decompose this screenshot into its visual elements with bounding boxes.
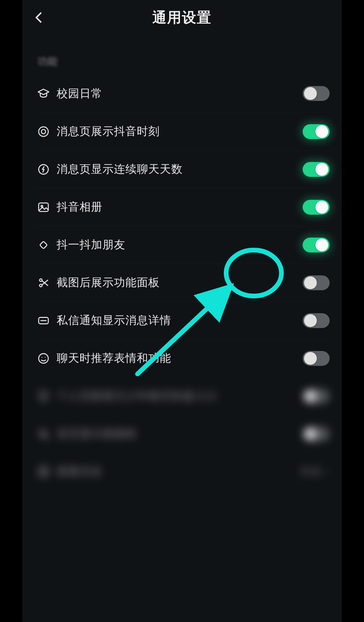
- chevron-right-icon: [324, 469, 330, 475]
- toggle-main-1[interactable]: [303, 124, 330, 139]
- back-button[interactable]: [29, 7, 49, 28]
- toggle-knob: [304, 314, 317, 327]
- scissors-icon: [34, 276, 53, 289]
- settings-list: 校园日常消息页展示抖音时刻消息页显示连续聊天天数抖音相册抖一抖加朋友截图后展示功…: [22, 75, 342, 490]
- toggle-knob: [304, 276, 317, 289]
- toggle-main-7[interactable]: [303, 351, 330, 366]
- setting-row-label: 消息页显示连续聊天天数: [53, 162, 303, 177]
- message-icon: [34, 314, 53, 327]
- toggle-blur-0[interactable]: [303, 389, 330, 404]
- svg-rect-3: [39, 203, 49, 211]
- row-value[interactable]: 开启: [300, 465, 330, 479]
- header: 通用设置: [22, 0, 342, 35]
- setting-row-0: 校园日常: [34, 75, 330, 112]
- bolt-icon: [34, 163, 53, 176]
- setting-row-1: 消息页展示抖音时刻: [34, 112, 330, 150]
- svg-point-12: [44, 357, 46, 358]
- setting-row-7: 聊天时推荐表情和功能: [34, 339, 330, 377]
- shield-icon: [34, 390, 53, 403]
- setting-row-label: 抖音相册: [53, 199, 303, 215]
- toggle-main-2[interactable]: [303, 162, 330, 177]
- gallery-icon: [34, 201, 53, 214]
- toggle-knob: [315, 125, 328, 138]
- smile-icon: [34, 352, 53, 365]
- page-title: 通用设置: [152, 8, 212, 27]
- shake-icon: [34, 239, 53, 251]
- setting-row-6: 私信通知显示消息详情: [34, 301, 330, 339]
- setting-row-label: 首页显示搜索框: [53, 426, 303, 441]
- setting-row-blurred-2: 观看历史开启: [34, 453, 330, 490]
- setting-row-4: 抖一抖加朋友: [34, 226, 330, 264]
- setting-row-5: 截图后展示功能面板: [34, 264, 330, 301]
- toggle-main-4[interactable]: [303, 238, 330, 252]
- setting-row-label: 校园日常: [53, 86, 303, 101]
- toggle-main-5[interactable]: [303, 275, 330, 290]
- target-icon: [34, 125, 53, 138]
- setting-row-label: 聊天时推荐表情和功能: [53, 351, 303, 366]
- chevron-left-icon: [32, 11, 46, 24]
- toggle-blur-1[interactable]: [303, 427, 330, 441]
- svg-point-1: [41, 129, 46, 134]
- setting-row-label: 抖一抖加朋友: [53, 237, 303, 252]
- toggle-main-3[interactable]: [303, 200, 330, 215]
- toggle-knob: [315, 201, 328, 214]
- svg-point-10: [39, 353, 49, 363]
- toggle-main-0[interactable]: [303, 86, 330, 101]
- svg-point-0: [39, 127, 49, 136]
- graduation-icon: [34, 87, 53, 100]
- setting-row-blurred-1: 首页显示搜索框: [34, 415, 330, 453]
- search-icon: [34, 428, 53, 440]
- toggle-main-6[interactable]: [303, 313, 330, 328]
- setting-row-blurred-0: 个人页面显示少年模式快捷入口: [34, 377, 330, 415]
- history-icon: [34, 465, 53, 478]
- setting-row-3: 抖音相册: [34, 188, 330, 226]
- svg-point-13: [40, 430, 46, 436]
- settings-screen: 通用设置 功能 校园日常消息页展示抖音时刻消息页显示连续聊天天数抖音相册抖一抖加…: [22, 0, 342, 622]
- toggle-knob: [315, 239, 328, 251]
- toggle-knob: [304, 428, 317, 440]
- svg-point-11: [41, 357, 42, 358]
- setting-row-label: 观看历史: [53, 464, 300, 479]
- svg-rect-5: [40, 241, 47, 248]
- setting-row-label: 消息页展示抖音时刻: [53, 124, 303, 139]
- setting-row-label: 个人页面显示少年模式快捷入口: [53, 388, 303, 404]
- toggle-knob: [315, 163, 328, 176]
- toggle-knob: [304, 352, 317, 365]
- setting-row-label: 截图后展示功能面板: [53, 275, 303, 290]
- section-label: 功能: [22, 35, 342, 75]
- toggle-knob: [304, 390, 317, 403]
- toggle-knob: [304, 87, 317, 100]
- setting-row-label: 私信通知显示消息详情: [53, 313, 303, 328]
- setting-row-2: 消息页显示连续聊天天数: [34, 150, 330, 188]
- svg-line-14: [46, 436, 48, 439]
